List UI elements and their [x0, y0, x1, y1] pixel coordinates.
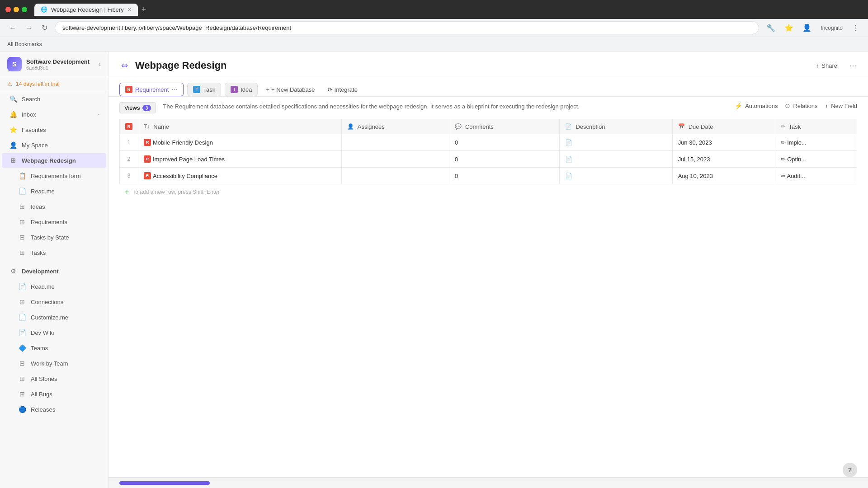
minimize-button[interactable] [14, 7, 19, 12]
sidebar-item-search[interactable]: 🔍 Search [2, 92, 106, 106]
sidebar-item-webpage-redesign[interactable]: ⊞ Webpage Redesign [2, 153, 106, 168]
col-comments[interactable]: 💬 Comments [449, 119, 559, 134]
relations-icon: ⊙ [785, 102, 790, 109]
add-row-area[interactable]: + To add a new row, press Shift+Enter [119, 184, 857, 200]
sidebar-item-work-by-team[interactable]: ⊟ Work by Team [2, 356, 106, 371]
requirement-tab-dots[interactable]: ⋯ [171, 86, 178, 93]
col-name[interactable]: T↓ Name [138, 119, 342, 134]
integrate-button[interactable]: ⟳ Integrate [323, 84, 362, 96]
sidebar-item-all-stories[interactable]: ⊞ All Stories [2, 371, 106, 386]
tasks-label: Tasks [31, 249, 46, 256]
row-1-name[interactable]: R Mobile-Friendly Design [138, 134, 342, 151]
automations-button[interactable]: ⚡ Automations [735, 102, 778, 109]
row-1-name-text: Mobile-Friendly Design [153, 139, 213, 146]
workspace-info: S Software Development 6ad8d3d1 [7, 57, 90, 71]
back-button[interactable]: ← [7, 22, 18, 34]
row-2-name[interactable]: R Improved Page Load Times [138, 151, 342, 168]
table-row: 2 R Improved Page Load Times 0 📄 Jul 15,… [120, 151, 857, 168]
views-button[interactable]: Views 3 [119, 102, 156, 113]
col-task[interactable]: ✏ Task [775, 119, 857, 134]
scroll-thumb[interactable] [119, 481, 210, 485]
requirements-form-label: Requirements form [31, 173, 81, 179]
idea-tab-icon: I [231, 86, 238, 93]
maximize-button[interactable] [22, 7, 27, 12]
sidebar-item-releases[interactable]: 🔵 Releases [2, 402, 106, 417]
row-2-icon: R [144, 155, 151, 163]
sidebar-item-tasks[interactable]: ⊞ Tasks [2, 245, 106, 260]
sidebar-item-read-me-webpage[interactable]: 📄 Read.me [2, 184, 106, 198]
ideas-label: Ideas [31, 203, 45, 210]
new-field-plus-icon: + [825, 103, 829, 109]
idea-tab-label: Idea [241, 86, 252, 93]
relations-button[interactable]: ⊙ Relations [785, 102, 817, 109]
dev-wiki-label: Dev Wiki [31, 329, 54, 336]
row-3-icon: R [144, 172, 151, 179]
comments-col-label: Comments [465, 123, 494, 130]
sidebar-item-ideas[interactable]: ⊞ Ideas [2, 199, 106, 214]
col-description[interactable]: 📄 Description [560, 119, 672, 134]
active-tab[interactable]: 🌐 Webpage Redesign | Fibery ✕ [34, 4, 138, 16]
name-col-label: Name [153, 123, 169, 130]
sidebar-item-inbox[interactable]: 🔔 Inbox › [2, 107, 106, 122]
sidebar-item-development[interactable]: ⚙ Development [2, 264, 106, 278]
more-options-icon[interactable]: ⋯ [849, 61, 857, 70]
sidebar-item-tasks-by-state[interactable]: ⊟ Tasks by State [2, 230, 106, 244]
sidebar-item-customize[interactable]: 📄 Customize.me [2, 310, 106, 324]
bookmark-button[interactable]: ⭐ [783, 22, 795, 34]
tab-idea[interactable]: I Idea [225, 83, 258, 96]
new-database-button[interactable]: + + New Database [261, 84, 319, 96]
app: S Software Development 6ad8d3d1 ‹ ⚠ 14 d… [0, 52, 868, 488]
address-bar[interactable]: software-development.fibery.io/fibery/sp… [55, 21, 759, 34]
page-title-row: ⇔ Webpage Redesign [119, 59, 227, 72]
tab-task[interactable]: T Task [187, 83, 221, 96]
col-assignees[interactable]: 👤 Assignees [341, 119, 449, 134]
profile-button[interactable]: 👤 [801, 22, 813, 34]
sidebar-item-requirements-form[interactable]: 📋 Requirements form [2, 169, 106, 183]
row-3-name[interactable]: R Accessibility Compliance [138, 168, 342, 184]
sidebar-toggle-icon[interactable]: ‹ [99, 60, 101, 68]
incognito-button[interactable]: Incognito [819, 23, 844, 33]
sidebar-item-favorites[interactable]: ⭐ Favorites [2, 122, 106, 137]
col-num: R [120, 119, 138, 134]
row-1-icon: R [144, 139, 151, 146]
teams-icon: 🔷 [18, 344, 26, 352]
sidebar-item-teams[interactable]: 🔷 Teams [2, 341, 106, 355]
help-button[interactable]: ? [843, 463, 857, 477]
new-tab-button[interactable]: + [142, 5, 146, 14]
row-2-num: 2 [120, 151, 138, 168]
col-due-date[interactable]: 📅 Due Date [672, 119, 775, 134]
myspace-icon: 👤 [9, 141, 17, 149]
search-label: Search [22, 96, 40, 103]
sidebar-item-all-bugs[interactable]: ⊞ All Bugs [2, 387, 106, 401]
table-container: R T↓ Name 👤 [108, 119, 868, 477]
comments-col-icon: 💬 [455, 123, 462, 130]
automations-icon: ⚡ [735, 102, 742, 109]
task-col-label: Task [789, 123, 801, 130]
bookmarks-bar: All Bookmarks [0, 37, 868, 52]
url-text: software-development.fibery.io/fibery/sp… [62, 24, 291, 31]
row-2-assignees[interactable] [341, 151, 449, 168]
integrate-icon: ⟳ [328, 86, 333, 93]
extensions-button[interactable]: 🔧 [764, 22, 777, 34]
workspace-id: 6ad8d3d1 [26, 65, 90, 70]
forward-button[interactable]: → [24, 22, 34, 34]
tab-requirement[interactable]: R Requirement ⋯ [119, 83, 184, 96]
releases-label: Releases [31, 406, 55, 413]
sidebar-item-connections[interactable]: ⊞ Connections [2, 295, 106, 309]
sidebar-item-requirements[interactable]: ⊞ Requirements [2, 215, 106, 229]
share-button[interactable]: ↑ Share [811, 60, 842, 72]
back-nav-button[interactable]: ⇔ [119, 59, 130, 72]
add-row-icon[interactable]: + [125, 188, 129, 196]
close-button[interactable] [5, 7, 11, 12]
row-1-assignees[interactable] [341, 134, 449, 151]
reload-button[interactable]: ↻ [40, 22, 49, 34]
row-3-assignees[interactable] [341, 168, 449, 184]
workspace-name: Software Development [26, 58, 90, 65]
new-field-button[interactable]: + New Field [825, 103, 857, 109]
sidebar-item-dev-readme[interactable]: 📄 Read.me [2, 279, 106, 294]
menu-button[interactable]: ⋮ [850, 22, 861, 34]
requirement-tab-icon: R [125, 86, 132, 93]
tab-close-icon[interactable]: ✕ [127, 7, 132, 13]
sidebar-item-myspace[interactable]: 👤 My Space [2, 138, 106, 152]
sidebar-item-dev-wiki[interactable]: 📄 Dev Wiki [2, 325, 106, 340]
